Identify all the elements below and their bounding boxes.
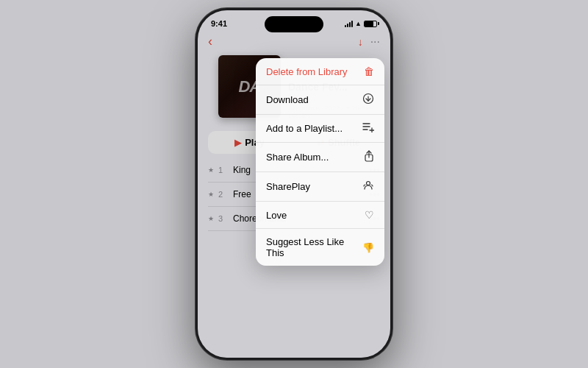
suggest-less-label: Suggest Less Like This bbox=[266, 236, 362, 258]
shareplay-label: SharePlay bbox=[266, 181, 310, 192]
share-album-label: Share Album... bbox=[266, 152, 329, 163]
menu-item-love[interactable]: Love ♡ bbox=[256, 202, 384, 229]
svg-point-8 bbox=[367, 182, 370, 185]
share-icon bbox=[364, 150, 374, 164]
love-label: Love bbox=[266, 210, 287, 221]
playlist-icon bbox=[362, 122, 374, 135]
delete-from-library-label: Delete from Library bbox=[266, 66, 348, 77]
shareplay-icon bbox=[362, 180, 374, 194]
phone-frame: 9:41 ▲ ‹ ↓ bbox=[195, 7, 393, 361]
menu-item-suggest-less[interactable]: Suggest Less Like This 👎 bbox=[256, 229, 384, 266]
context-menu: Delete from Library 🗑 Download Add to bbox=[256, 58, 384, 266]
phone-screen: 9:41 ▲ ‹ ↓ bbox=[198, 10, 390, 358]
menu-item-download[interactable]: Download bbox=[256, 85, 384, 115]
trash-icon: 🗑 bbox=[364, 66, 374, 77]
add-playlist-label: Add to a Playlist... bbox=[266, 123, 343, 134]
download-label: Download bbox=[266, 94, 309, 105]
download-circle-icon bbox=[362, 93, 374, 107]
menu-item-add-playlist[interactable]: Add to a Playlist... bbox=[256, 115, 384, 143]
menu-item-share-album[interactable]: Share Album... bbox=[256, 143, 384, 172]
menu-item-delete[interactable]: Delete from Library 🗑 bbox=[256, 58, 384, 85]
heart-icon: ♡ bbox=[365, 209, 374, 221]
menu-item-shareplay[interactable]: SharePlay bbox=[256, 172, 384, 202]
thumbs-down-icon: 👎 bbox=[362, 242, 374, 253]
screen-inner: 9:41 ▲ ‹ ↓ bbox=[198, 10, 390, 358]
